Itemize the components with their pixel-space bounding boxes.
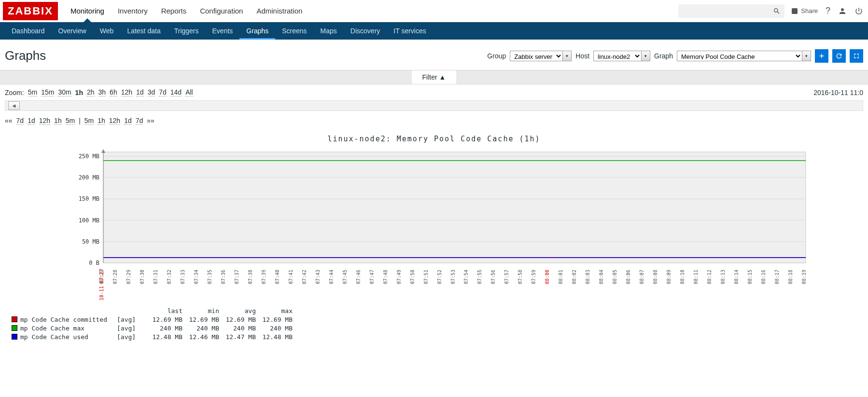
fullscreen-icon xyxy=(853,52,860,60)
host-select[interactable]: linux-node2 xyxy=(593,51,642,61)
group-select[interactable]: Zabbix servers xyxy=(510,51,563,61)
zoom-5m[interactable]: 5m xyxy=(28,88,37,96)
legend-agg: [avg] xyxy=(117,325,146,332)
zoom-12h[interactable]: 12h xyxy=(121,88,132,96)
svg-text:07:58: 07:58 xyxy=(518,270,523,284)
subnav-latest-data[interactable]: Latest data xyxy=(120,22,167,40)
shift-left-5m[interactable]: 5m xyxy=(66,117,75,125)
shift-right-7d[interactable]: 7d xyxy=(136,117,143,125)
svg-text:07:53: 07:53 xyxy=(450,270,456,284)
topnav-administration[interactable]: Administration xyxy=(250,0,309,22)
shift-left-12h[interactable]: 12h xyxy=(39,117,50,125)
svg-text:07:38: 07:38 xyxy=(248,270,253,284)
subnav-maps[interactable]: Maps xyxy=(314,22,344,40)
zoom-15m[interactable]: 15m xyxy=(41,88,54,96)
subnav-screens[interactable]: Screens xyxy=(275,22,313,40)
zoom-30m[interactable]: 30m xyxy=(58,88,71,96)
legend-swatch xyxy=(12,334,17,340)
topnav-inventory[interactable]: Inventory xyxy=(111,0,154,22)
legend-max: 12.48 MB xyxy=(256,333,293,341)
host-label: Host xyxy=(575,52,589,60)
refresh-button[interactable] xyxy=(832,49,846,63)
help-icon[interactable]: ? xyxy=(826,6,830,16)
subnav-web[interactable]: Web xyxy=(93,22,121,40)
subnav-discovery[interactable]: Discovery xyxy=(344,22,387,40)
zoom-14d[interactable]: 14d xyxy=(170,88,182,96)
subnav-it-services[interactable]: IT services xyxy=(387,22,433,40)
dropdown-arrow-icon[interactable]: ▾ xyxy=(642,51,650,61)
svg-text:07:41: 07:41 xyxy=(288,270,294,284)
zoom-1h[interactable]: 1h xyxy=(75,89,83,96)
legend-name: mp Code Cache used xyxy=(20,333,117,341)
svg-text:07:56: 07:56 xyxy=(490,270,496,284)
svg-text:07:44: 07:44 xyxy=(329,270,334,284)
zoom-3d[interactable]: 3d xyxy=(148,88,155,96)
dropdown-arrow-icon[interactable]: ▾ xyxy=(563,51,572,61)
dropdown-arrow-icon[interactable]: ▾ xyxy=(802,51,811,61)
add-favorite-button[interactable] xyxy=(815,49,828,63)
chart-svg: 0 B50 MB100 MB150 MB200 MB250 MB07:2707:… xyxy=(57,147,811,301)
svg-text:07:33: 07:33 xyxy=(180,270,185,284)
subnav: DashboardOverviewWebLatest dataTriggersE… xyxy=(0,22,868,40)
search-input[interactable] xyxy=(678,4,784,18)
subnav-triggers[interactable]: Triggers xyxy=(168,22,206,40)
svg-text:07:37: 07:37 xyxy=(234,270,239,284)
shift-right-1d[interactable]: 1d xyxy=(124,117,132,125)
subnav-overview[interactable]: Overview xyxy=(52,22,93,40)
svg-text:07:36: 07:36 xyxy=(221,270,226,284)
legend-avg: 240 MB xyxy=(219,325,256,332)
shift-right-1h[interactable]: 1h xyxy=(98,117,105,125)
svg-text:07:42: 07:42 xyxy=(302,270,307,284)
user-icon[interactable] xyxy=(838,7,847,15)
group-label: Group xyxy=(487,52,506,60)
svg-text:08:13: 08:13 xyxy=(720,270,726,284)
power-icon[interactable] xyxy=(854,7,863,15)
svg-text:07:55: 07:55 xyxy=(477,270,482,284)
svg-text:200 MB: 200 MB xyxy=(79,174,99,181)
zoom-7d[interactable]: 7d xyxy=(159,88,167,96)
topnav-monitoring[interactable]: Monitoring xyxy=(64,0,111,22)
zoom-links: Zoom:5m15m30m1h2h3h6h12h1d3d7d14dAll xyxy=(5,88,193,96)
zoom-6h[interactable]: 6h xyxy=(110,88,117,96)
subnav-events[interactable]: Events xyxy=(206,22,240,40)
zoom-All[interactable]: All xyxy=(185,88,193,96)
zoom-1d[interactable]: 1d xyxy=(136,88,144,96)
svg-text:08:01: 08:01 xyxy=(558,270,563,284)
shift-left-all[interactable]: «« xyxy=(5,117,13,125)
shift-left-1h[interactable]: 1h xyxy=(54,117,62,125)
zoom-3h[interactable]: 3h xyxy=(98,88,106,96)
topnav-reports[interactable]: Reports xyxy=(154,0,194,22)
legend-min: 240 MB xyxy=(182,325,219,332)
filter-toggle[interactable]: Filter ▲ xyxy=(411,70,457,84)
svg-text:08:11: 08:11 xyxy=(693,270,699,284)
topnav-configuration[interactable]: Configuration xyxy=(193,0,250,22)
shift-left-7d[interactable]: 7d xyxy=(16,117,24,125)
zoom-2h[interactable]: 2h xyxy=(87,88,95,96)
svg-text:08:19: 08:19 xyxy=(801,270,807,284)
scroll-handle-left[interactable]: ◄ xyxy=(8,101,20,110)
share-button[interactable]: Share xyxy=(790,7,818,15)
logo[interactable]: ZABBIX xyxy=(3,2,58,20)
shift-right-5m[interactable]: 5m xyxy=(84,117,94,125)
svg-text:08:10: 08:10 xyxy=(680,270,685,284)
fullscreen-button[interactable] xyxy=(850,49,863,63)
svg-text:08:09: 08:09 xyxy=(666,270,672,284)
shift-left-1d[interactable]: 1d xyxy=(28,117,35,125)
svg-text:08:04: 08:04 xyxy=(599,270,604,284)
time-scrollbar[interactable]: ◄ xyxy=(5,100,863,111)
share-label: Share xyxy=(801,7,818,14)
svg-text:07:43: 07:43 xyxy=(315,270,321,284)
shift-right-12h[interactable]: 12h xyxy=(109,117,120,125)
subnav-dashboard[interactable]: Dashboard xyxy=(5,22,52,40)
legend-agg: [avg] xyxy=(117,333,146,341)
svg-marker-72 xyxy=(101,149,105,153)
shift-right-all[interactable]: »» xyxy=(147,117,154,125)
legend-max: 240 MB xyxy=(256,325,293,332)
svg-text:07:28: 07:28 xyxy=(112,270,118,284)
graph-select[interactable]: Memory Pool Code Cache xyxy=(677,51,802,61)
svg-text:50 MB: 50 MB xyxy=(82,238,99,245)
svg-text:08:00: 08:00 xyxy=(545,270,550,284)
chart-area: linux-node2: Memory Pool Code Cache (1h)… xyxy=(0,130,868,351)
legend-avg: 12.47 MB xyxy=(219,333,256,341)
subnav-graphs[interactable]: Graphs xyxy=(239,22,275,40)
